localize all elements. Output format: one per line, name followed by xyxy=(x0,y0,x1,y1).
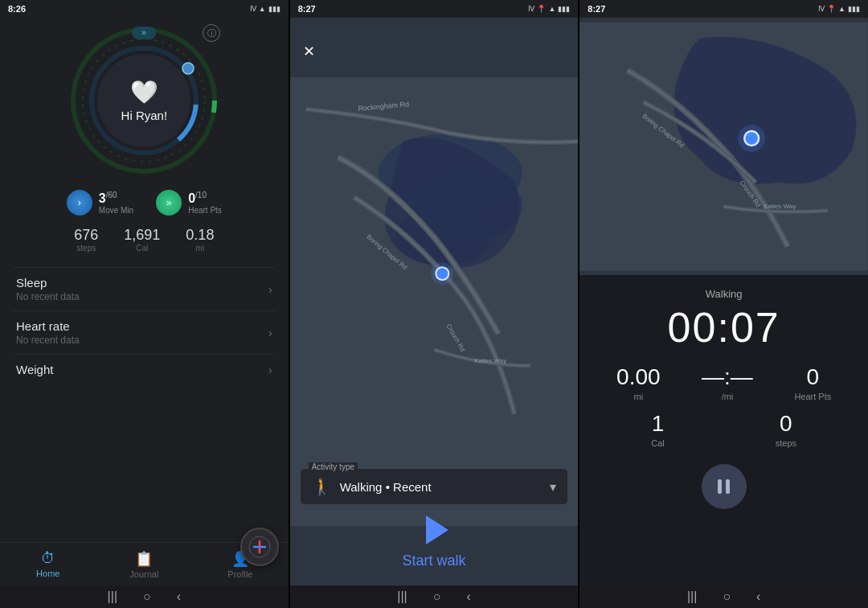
svg-point-21 xyxy=(431,262,453,285)
cal-active-value: 1 xyxy=(651,411,665,437)
activity-text: Walking • Recent xyxy=(340,480,432,494)
map-view: Rockingham Rd Boring Chapel Rd Katies Wa… xyxy=(290,18,579,585)
wifi-icon: ▲ xyxy=(259,5,266,13)
status-icons-1: Ⅳ ▲ ▮▮▮ xyxy=(250,5,280,13)
move-min-icon: › xyxy=(67,190,92,216)
fab-plus-icon xyxy=(248,536,271,558)
status-icons-2: Ⅳ 📍 ▲ ▮▮▮ xyxy=(528,5,570,13)
system-nav-bar-3: ||| ○ ‹ xyxy=(579,585,868,608)
heart-pts-label: Heart Pts xyxy=(188,206,222,215)
primary-metrics-row: 0.00 mi —:— /mi 0 Heart Pts xyxy=(596,364,852,401)
sleep-item[interactable]: Sleep No recent data › xyxy=(13,267,276,310)
activity-type-label: Activity type xyxy=(309,462,358,471)
heart-pts-stat: » 0/10 Heart Pts xyxy=(156,190,222,216)
start-walk-label[interactable]: Start walk xyxy=(402,553,465,569)
pause-bar-left xyxy=(718,479,722,494)
location-icon-3: 📍 xyxy=(827,5,836,13)
svg-point-8 xyxy=(182,63,194,74)
steps-active-label: steps xyxy=(776,438,796,448)
cal-active-label: Cal xyxy=(651,438,665,448)
cal-value: 1,691 xyxy=(124,227,160,244)
battery-icon-2: ▮▮▮ xyxy=(558,5,570,13)
back-icon-3[interactable]: ‹ xyxy=(756,590,760,604)
steps-label: steps xyxy=(74,244,98,253)
play-triangle-icon xyxy=(426,516,448,544)
profile-nav-label: Profile xyxy=(227,569,252,579)
panel-active-session: 8:27 Ⅳ 📍 ▲ ▮▮▮ Boring Chapel Rd Katies W… xyxy=(579,0,868,608)
back-icon[interactable]: ‹ xyxy=(177,590,181,604)
nav-journal[interactable]: 📋 Journal xyxy=(96,550,193,579)
activity-type-bar[interactable]: Activity type 🚶 Walking • Recent ▾ xyxy=(300,468,569,505)
home-button-icon-3[interactable]: ○ xyxy=(723,590,731,604)
weight-title: Weight xyxy=(16,363,53,376)
activity-content: 🚶 Walking • Recent xyxy=(312,477,432,496)
pause-button[interactable] xyxy=(702,464,747,509)
pause-icon xyxy=(718,479,730,494)
mi-label: mi xyxy=(186,244,214,253)
move-min-label: Move Min xyxy=(99,206,133,215)
active-map-svg: Boring Chapel Rd Katies Way Crouch Rd xyxy=(579,18,868,275)
home-button-icon-2[interactable]: ○ xyxy=(433,590,441,604)
primary-stats-row: › 3/60 Move Min » 0/10 Heart Pts xyxy=(67,190,222,216)
heart-pts-active-value: 0 xyxy=(794,364,831,390)
move-min-stat: › 3/60 Move Min xyxy=(67,190,133,216)
network-icon: Ⅳ xyxy=(250,5,256,13)
cal-stat: 1,691 Cal xyxy=(124,227,160,253)
home-nav-label: Home xyxy=(36,569,59,578)
battery-icon: ▮▮▮ xyxy=(268,5,280,13)
play-button[interactable] xyxy=(418,514,450,546)
heart-pts-active-label: Heart Pts xyxy=(794,392,831,401)
status-bar-1: 8:26 Ⅳ ▲ ▮▮▮ xyxy=(0,0,289,18)
activity-mode-label: Walking xyxy=(596,288,852,300)
journal-nav-label: Journal xyxy=(129,569,158,579)
network-icon-2: Ⅳ xyxy=(528,5,534,13)
cal-label: Cal xyxy=(124,244,160,253)
svg-point-27 xyxy=(739,125,766,152)
svg-text:Katies Way: Katies Way xyxy=(764,203,796,210)
status-bar-2: 8:27 Ⅳ 📍 ▲ ▮▮▮ xyxy=(290,0,579,18)
ring-center: 🤍 Hi Ryan! xyxy=(121,79,168,122)
heart-rate-sub: No recent data xyxy=(16,335,80,346)
close-button[interactable]: ✕ xyxy=(298,40,321,63)
sleep-chevron: › xyxy=(268,283,272,296)
pace-value: —:— xyxy=(702,364,753,390)
recent-apps-icon-3[interactable]: ||| xyxy=(687,590,697,604)
heart-pts-value: 0/10 xyxy=(188,191,222,206)
cal-active-metric: 1 Cal xyxy=(651,411,665,448)
dropdown-arrow-icon[interactable]: ▾ xyxy=(550,479,556,495)
journal-nav-icon: 📋 xyxy=(135,550,153,568)
network-icon-3: Ⅳ xyxy=(818,5,825,13)
status-time-2: 8:27 xyxy=(298,4,316,14)
location-icon: 📍 xyxy=(537,5,546,13)
mi-value: 0.18 xyxy=(186,227,214,244)
weight-item[interactable]: Weight › xyxy=(13,354,276,384)
recent-apps-icon[interactable]: ||| xyxy=(108,590,117,604)
system-nav-bar-1: ||| ○ ‹ xyxy=(0,585,289,608)
nav-home[interactable]: ⏱ Home xyxy=(0,550,96,578)
active-stats-panel: Walking 00:07 0.00 mi —:— /mi 0 Heart Pt… xyxy=(579,275,868,585)
home-button-icon[interactable]: ○ xyxy=(143,590,151,604)
greeting-text: Hi Ryan! xyxy=(121,109,168,122)
steps-value: 676 xyxy=(74,227,98,244)
mi-stat: 0.18 mi xyxy=(186,227,214,253)
back-icon-2[interactable]: ‹ xyxy=(466,590,470,604)
panel-home: 8:26 Ⅳ ▲ ▮▮▮ ⓘ » xyxy=(0,0,289,608)
system-nav-bar-2: ||| ○ ‹ xyxy=(290,585,579,608)
heart-rate-title: Heart rate xyxy=(16,319,80,333)
timer-display: 00:07 xyxy=(596,303,852,351)
sleep-title: Sleep xyxy=(16,276,80,290)
heart-pts-metric: 0 Heart Pts xyxy=(794,364,831,401)
heart-rate-chevron: › xyxy=(268,327,272,339)
wifi-icon-2: ▲ xyxy=(548,5,555,13)
secondary-metrics-row: 1 Cal 0 steps xyxy=(596,411,852,448)
heart-rate-item[interactable]: Heart rate No recent data › xyxy=(13,310,276,354)
secondary-stats-row: 676 steps 1,691 Cal 0.18 mi xyxy=(74,227,214,253)
wifi-icon-3: ▲ xyxy=(838,5,845,13)
svg-text:Katies Way: Katies Way xyxy=(474,357,506,364)
steps-active-metric: 0 steps xyxy=(776,411,796,448)
recent-apps-icon-2[interactable]: ||| xyxy=(397,590,407,604)
fab-add-button[interactable] xyxy=(240,528,279,566)
distance-value: 0.00 xyxy=(616,364,661,390)
walking-icon: 🚶 xyxy=(312,477,332,496)
home-content: ⓘ » 🤍 Hi Ryan! xyxy=(0,18,289,542)
